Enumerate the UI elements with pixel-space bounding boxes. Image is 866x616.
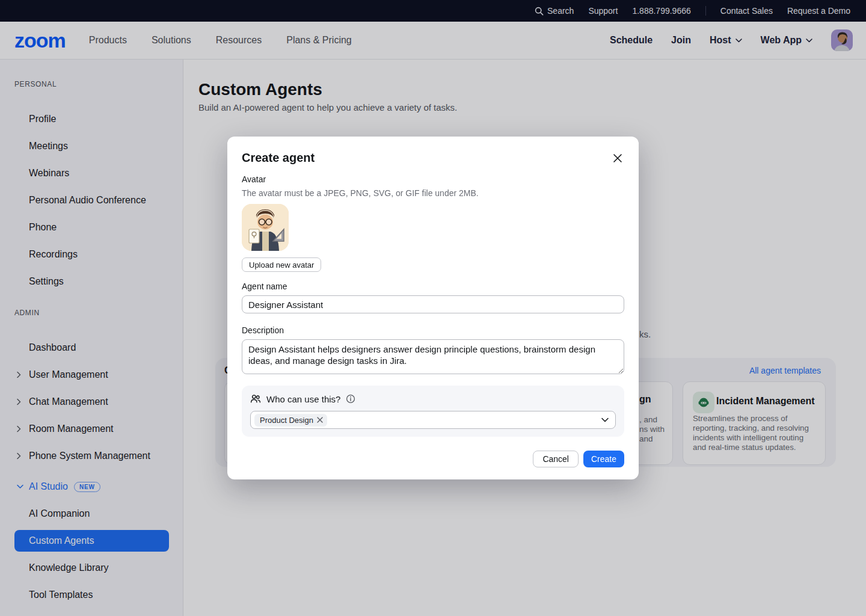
avatar-label: Avatar <box>242 174 624 184</box>
create-agent-modal: Create agent Avatar The avatar must be a… <box>227 137 639 479</box>
description-textarea[interactable]: Design Assistant helps designers answer … <box>242 339 624 374</box>
who-can-use-label: Who can use this? <box>266 394 340 404</box>
chevron-down-icon <box>601 417 609 422</box>
who-can-use-panel: Who can use this? Product Design <box>242 386 624 437</box>
agent-name-input[interactable] <box>242 295 624 313</box>
who-can-use-select[interactable]: Product Design <box>250 411 616 429</box>
people-icon <box>250 393 261 404</box>
agent-name-label: Agent name <box>242 282 624 291</box>
modal-title: Create agent <box>242 151 315 165</box>
agent-avatar-image <box>242 204 289 251</box>
create-button[interactable]: Create <box>583 451 624 467</box>
upload-avatar-button[interactable]: Upload new avatar <box>242 257 321 272</box>
close-icon[interactable] <box>611 152 624 165</box>
selected-tag-product-design: Product Design <box>254 414 327 427</box>
tag-label: Product Design <box>260 416 313 425</box>
cancel-button[interactable]: Cancel <box>533 451 579 467</box>
description-label: Description <box>242 325 624 335</box>
avatar-hint: The avatar must be a JPEG, PNG, SVG, or … <box>242 188 624 198</box>
info-icon[interactable] <box>346 394 355 404</box>
remove-tag-icon[interactable] <box>317 417 323 423</box>
